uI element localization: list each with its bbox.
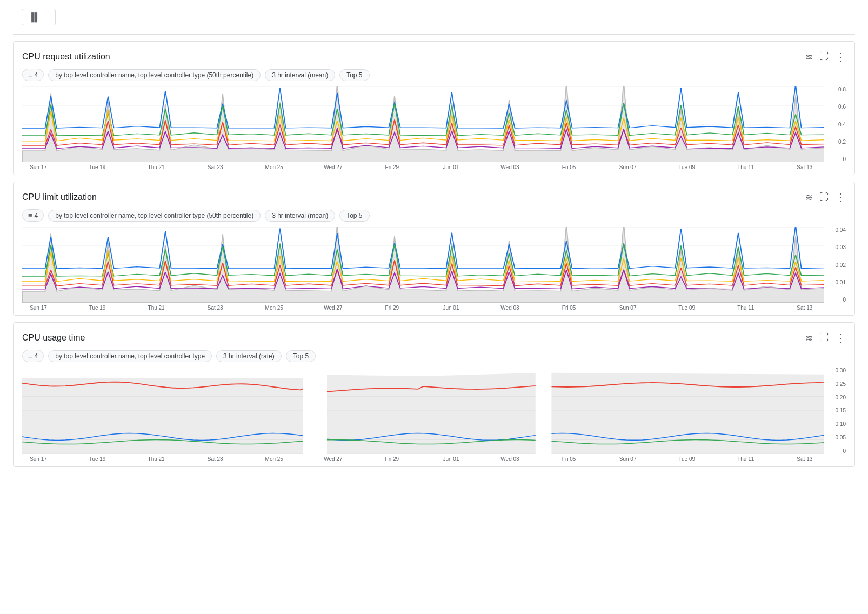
x-axis-label: Tue 09: [671, 164, 703, 170]
x-axis-label: Jun 01: [435, 456, 467, 462]
chart-wrap: 0.80.60.40.20: [22, 86, 846, 162]
x-axis-label: Thu 11: [730, 456, 762, 462]
x-axis-label: Thu 21: [140, 164, 172, 170]
x-axis-label: Tue 19: [81, 456, 113, 462]
svg-rect-17: [303, 368, 327, 454]
x-axis-label: Fri 29: [376, 164, 408, 170]
legend-icon[interactable]: ≋: [805, 192, 813, 203]
panel-header: CPU request utilization≋⛶⋮: [14, 50, 854, 69]
legend-icon[interactable]: ≋: [805, 332, 813, 344]
x-axis-label: Thu 21: [140, 456, 172, 462]
x-axis-label: Sun 17: [22, 305, 55, 311]
interval-chip[interactable]: 3 hr interval (mean): [265, 210, 335, 222]
y-axis-label: 0.25: [827, 381, 846, 387]
x-axis-label: Wed 03: [494, 305, 526, 311]
y-axis-label: 0.4: [827, 122, 846, 128]
y-axis-label: 0.8: [827, 86, 846, 92]
panel-actions: ≋⛶⋮: [805, 191, 846, 204]
chart-area: 0.80.60.40.20Sun 17Tue 19Thu 21Sat 23Mon…: [14, 86, 854, 170]
panel-title: CPU usage time: [22, 333, 85, 343]
x-axis-label: Wed 03: [494, 164, 526, 170]
chart-svg-area: [22, 86, 824, 162]
filter-label-chip[interactable]: by top level controller name, top level …: [48, 210, 261, 222]
y-axis-label: 0.30: [827, 368, 846, 373]
x-axis-label: Jun 01: [435, 305, 467, 311]
chart-wrap: 0.300.250.200.150.100.050: [22, 368, 846, 454]
charts-container: CPU request utilization≋⛶⋮≡ 4by top leve…: [13, 41, 855, 467]
x-axis-label: Fri 05: [553, 305, 585, 311]
chart-svg-area: [22, 368, 824, 454]
x-axis-label: Fri 05: [553, 164, 585, 170]
filter-row: ≡ 4by top level controller name, top lev…: [14, 69, 854, 86]
chart-svg-area: [22, 227, 824, 303]
filter-row: ≡ 4by top level controller name, top lev…: [14, 209, 854, 227]
top-chip[interactable]: Top 5: [286, 350, 316, 362]
x-axis-label: Fri 29: [376, 305, 408, 311]
x-axis-label: Thu 11: [730, 164, 762, 170]
x-axis-label: Sat 13: [789, 305, 821, 311]
y-axis: 0.80.60.40.20: [824, 86, 846, 162]
filter-count-chip[interactable]: ≡ 4: [22, 350, 44, 362]
page-header: ▐▌: [13, 9, 855, 35]
y-axis-label: 0.6: [827, 104, 846, 110]
x-axis: Sun 17Tue 19Thu 21Sat 23Mon 25Wed 27Fri …: [22, 162, 846, 170]
x-axis-label: Mon 25: [258, 456, 290, 462]
y-axis-label: 0.05: [827, 435, 846, 441]
legend-icon[interactable]: ≋: [805, 51, 813, 63]
chart-panel-cpu-limit: CPU limit utilization≋⛶⋮≡ 4by top level …: [13, 182, 855, 316]
panel-actions: ≋⛶⋮: [805, 50, 846, 63]
y-axis-label: 0: [827, 156, 846, 162]
x-axis-label: Wed 27: [317, 164, 349, 170]
top-chip[interactable]: Top 5: [339, 69, 369, 81]
x-axis-label: Sat 23: [199, 305, 231, 311]
x-axis-label: Fri 29: [376, 456, 408, 462]
y-axis-label: 0: [827, 297, 846, 303]
panel-header: CPU usage time≋⛶⋮: [14, 331, 854, 350]
panel-header: CPU limit utilization≋⛶⋮: [14, 191, 854, 209]
x-axis-label: Thu 21: [140, 305, 172, 311]
filter-label-chip[interactable]: by top level controller name, top level …: [48, 350, 212, 362]
x-axis: Sun 17Tue 19Thu 21Sat 23Mon 25Wed 27Fri …: [22, 454, 846, 462]
filter-row: ≡ 4by top level controller name, top lev…: [14, 350, 854, 368]
fullscreen-icon[interactable]: ⛶: [819, 332, 829, 343]
y-axis-label: 0.15: [827, 408, 846, 413]
panel-title: CPU request utilization: [22, 52, 110, 62]
x-axis-label: Sun 07: [612, 164, 644, 170]
y-axis-label: 0.01: [827, 279, 846, 285]
x-axis-label: Thu 11: [730, 305, 762, 311]
x-axis-label: Sun 17: [22, 456, 55, 462]
more-icon[interactable]: ⋮: [835, 331, 846, 344]
filter-label-chip[interactable]: by top level controller name, top level …: [48, 69, 261, 81]
page-container: ▐▌ CPU request utilization≋⛶⋮≡ 4by top l…: [0, 0, 868, 482]
x-axis-label: Sat 13: [789, 164, 821, 170]
x-axis-label: Sun 07: [612, 456, 644, 462]
x-axis-label: Wed 03: [494, 456, 526, 462]
more-icon[interactable]: ⋮: [835, 191, 846, 204]
y-axis: 0.300.250.200.150.100.050: [824, 368, 846, 454]
filter-count-chip[interactable]: ≡ 4: [22, 209, 44, 222]
y-axis-label: 0.20: [827, 395, 846, 401]
x-axis-label: Wed 27: [317, 456, 349, 462]
interval-chip[interactable]: 3 hr interval (mean): [265, 69, 335, 81]
x-axis-label: Fri 05: [553, 456, 585, 462]
more-icon[interactable]: ⋮: [835, 50, 846, 63]
x-axis-label: Sun 17: [22, 164, 55, 170]
chart-panel-cpu-usage: CPU usage time≋⛶⋮≡ 4by top level control…: [13, 322, 855, 467]
panel-actions: ≋⛶⋮: [805, 331, 846, 344]
chart-wrap: 0.040.030.020.010: [22, 227, 846, 303]
x-axis-label: Mon 25: [258, 164, 290, 170]
x-axis-label: Mon 25: [258, 305, 290, 311]
breadcrumb-button[interactable]: ▐▌: [22, 9, 56, 25]
fullscreen-icon[interactable]: ⛶: [819, 51, 829, 62]
y-axis-label: 0.02: [827, 262, 846, 268]
interval-chip[interactable]: 3 hr interval (rate): [216, 350, 282, 362]
fullscreen-icon[interactable]: ⛶: [819, 192, 829, 203]
filter-count-chip[interactable]: ≡ 4: [22, 69, 44, 81]
svg-rect-18: [536, 368, 552, 454]
x-axis: Sun 17Tue 19Thu 21Sat 23Mon 25Wed 27Fri …: [22, 303, 846, 311]
y-axis-label: 0.2: [827, 139, 846, 145]
chart-panel-cpu-request: CPU request utilization≋⛶⋮≡ 4by top leve…: [13, 41, 855, 175]
top-chip[interactable]: Top 5: [339, 210, 369, 222]
x-axis-label: Sat 23: [199, 456, 231, 462]
y-axis-label: 0.04: [827, 227, 846, 233]
